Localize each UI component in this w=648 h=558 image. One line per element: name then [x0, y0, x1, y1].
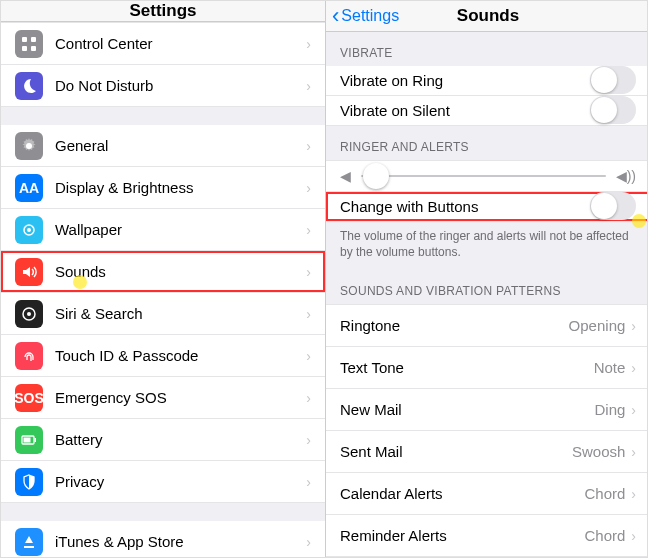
chevron-right-icon: ›	[306, 390, 311, 406]
sound-pattern-row[interactable]: Reminder AlertsChord›	[326, 515, 648, 557]
settings-row[interactable]: SOSEmergency SOS›	[1, 377, 325, 419]
row-label: Change with Buttons	[340, 198, 590, 215]
chevron-right-icon: ›	[631, 486, 636, 502]
row-label: Vibrate on Ring	[340, 72, 590, 89]
row-label: iTunes & App Store	[55, 533, 306, 550]
chevron-right-icon: ›	[306, 432, 311, 448]
sounds-detail: ‹ Settings Sounds VIBRATE Vibrate on Rin…	[326, 1, 648, 557]
row-value: Chord	[584, 527, 625, 544]
settings-row[interactable]: Battery›	[1, 419, 325, 461]
section-header-patterns: SOUNDS AND VIBRATION PATTERNS	[326, 270, 648, 304]
row-label: Text Tone	[340, 359, 594, 376]
chevron-right-icon: ›	[631, 444, 636, 460]
sound-pattern-row[interactable]: Text ToneNote›	[326, 347, 648, 389]
toggle-vibrate-ring[interactable]	[590, 66, 636, 94]
settings-row[interactable]: Siri & Search›	[1, 293, 325, 335]
row-label: General	[55, 137, 306, 154]
settings-row[interactable]: Control Center›	[1, 22, 325, 65]
row-label: Wallpaper	[55, 221, 306, 238]
row-label: Control Center	[55, 35, 306, 52]
svg-point-8	[27, 312, 31, 316]
page-title: Sounds	[457, 6, 519, 26]
slider-knob[interactable]	[363, 163, 389, 189]
chevron-left-icon: ‹	[332, 5, 339, 27]
chevron-right-icon: ›	[306, 36, 311, 52]
svg-rect-3	[31, 46, 36, 51]
chevron-right-icon: ›	[306, 264, 311, 280]
battery-icon	[15, 426, 43, 454]
row-label: Display & Brightness	[55, 179, 306, 196]
row-label: Reminder Alerts	[340, 527, 584, 544]
chevron-right-icon: ›	[306, 180, 311, 196]
settings-row[interactable]: General›	[1, 125, 325, 167]
settings-list: Settings Control Center›Do Not Disturb›G…	[1, 1, 326, 557]
chevron-right-icon: ›	[306, 222, 311, 238]
row-label: Touch ID & Passcode	[55, 347, 306, 364]
sound-pattern-row[interactable]: Sent MailSwoosh›	[326, 431, 648, 473]
row-label: Privacy	[55, 473, 306, 490]
chevron-right-icon: ›	[306, 78, 311, 94]
row-label: Siri & Search	[55, 305, 306, 322]
settings-row[interactable]: AADisplay & Brightness›	[1, 167, 325, 209]
settings-row[interactable]: Do Not Disturb›	[1, 65, 325, 107]
moon-icon	[15, 72, 43, 100]
navbar-right: ‹ Settings Sounds	[326, 1, 648, 32]
privacy-icon	[15, 468, 43, 496]
appstore-icon	[15, 528, 43, 556]
sound-pattern-row[interactable]: Calendar AlertsChord›	[326, 473, 648, 515]
back-button[interactable]: ‹ Settings	[332, 5, 399, 27]
chevron-right-icon: ›	[306, 474, 311, 490]
settings-row[interactable]: iTunes & App Store›	[1, 521, 325, 557]
row-label: New Mail	[340, 401, 594, 418]
touchid-icon	[15, 342, 43, 370]
sounds-icon	[15, 258, 43, 286]
chevron-right-icon: ›	[306, 534, 311, 550]
siri-icon	[15, 300, 43, 328]
volume-slider-row[interactable]: ◀︎ ◀︎))	[326, 160, 648, 192]
navbar-left: Settings	[1, 1, 325, 22]
svg-rect-0	[22, 37, 27, 42]
toggle-vibrate-silent[interactable]	[590, 96, 636, 124]
row-label: Ringtone	[340, 317, 569, 334]
section-header-vibrate: VIBRATE	[326, 32, 648, 66]
chevron-right-icon: ›	[631, 360, 636, 376]
row-label: Do Not Disturb	[55, 77, 306, 94]
chevron-right-icon: ›	[631, 318, 636, 334]
row-vibrate-ring[interactable]: Vibrate on Ring	[326, 66, 648, 96]
chevron-right-icon: ›	[306, 306, 311, 322]
sound-pattern-row[interactable]: New MailDing›	[326, 389, 648, 431]
row-value: Swoosh	[572, 443, 625, 460]
chevron-right-icon: ›	[306, 348, 311, 364]
volume-slider[interactable]	[361, 175, 606, 177]
row-label: Sounds	[55, 263, 306, 280]
section-header-ringer: RINGER AND ALERTS	[326, 126, 648, 160]
sound-pattern-row[interactable]: RingtoneOpening›	[326, 304, 648, 347]
row-value: Chord	[584, 485, 625, 502]
settings-row[interactable]: Sounds›	[1, 251, 325, 293]
chevron-right-icon: ›	[306, 138, 311, 154]
row-change-with-buttons[interactable]: Change with Buttons	[326, 192, 648, 222]
control-center-icon	[15, 30, 43, 58]
settings-row[interactable]: Wallpaper›	[1, 209, 325, 251]
section-footer-change: The volume of the ringer and alerts will…	[326, 222, 648, 270]
svg-point-6	[27, 228, 31, 232]
wallpaper-icon	[15, 216, 43, 244]
row-value: Note	[594, 359, 626, 376]
settings-row[interactable]: Touch ID & Passcode›	[1, 335, 325, 377]
svg-rect-10	[35, 438, 37, 442]
gear-icon	[15, 132, 43, 160]
back-label: Settings	[341, 7, 399, 25]
row-value: Ding	[594, 401, 625, 418]
row-label: Vibrate on Silent	[340, 102, 590, 119]
svg-rect-1	[31, 37, 36, 42]
row-value: Opening	[569, 317, 626, 334]
row-label: Battery	[55, 431, 306, 448]
row-label: Emergency SOS	[55, 389, 306, 406]
row-label: Sent Mail	[340, 443, 572, 460]
svg-rect-11	[24, 437, 31, 442]
row-vibrate-silent[interactable]: Vibrate on Silent	[326, 96, 648, 126]
settings-row[interactable]: Privacy›	[1, 461, 325, 503]
toggle-change-buttons[interactable]	[590, 192, 636, 220]
display-icon: AA	[15, 174, 43, 202]
sos-icon: SOS	[15, 384, 43, 412]
